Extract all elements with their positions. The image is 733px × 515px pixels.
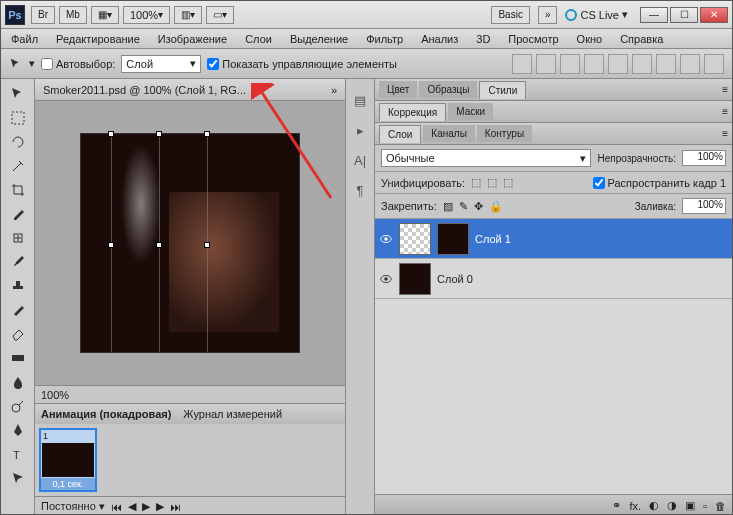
panel-menu-icon[interactable]: ≡ <box>722 84 728 95</box>
align-icon-4[interactable] <box>584 54 604 74</box>
document-close-icon[interactable]: ✕ <box>252 84 260 95</box>
lasso-tool[interactable] <box>5 131 31 153</box>
visibility-icon[interactable] <box>379 232 393 246</box>
distribute-icon-1[interactable] <box>656 54 676 74</box>
align-icon-1[interactable] <box>512 54 532 74</box>
menu-help[interactable]: Справка <box>616 31 667 47</box>
unify-visibility-icon[interactable]: ⬚ <box>487 176 497 189</box>
frame-delay[interactable]: 0,1 сек. <box>41 478 95 490</box>
canvas-area[interactable] <box>35 101 345 385</box>
visibility-icon[interactable] <box>379 272 393 286</box>
zoom-readout[interactable]: 100% <box>41 389 69 401</box>
channels-tab[interactable]: Каналы <box>423 125 475 142</box>
lock-position-icon[interactable]: ✥ <box>474 200 483 213</box>
window-maximize-button[interactable]: ☐ <box>670 7 698 23</box>
color-tab[interactable]: Цвет <box>379 81 417 98</box>
menu-image[interactable]: Изображение <box>154 31 231 47</box>
new-layer-icon[interactable]: ▫ <box>703 500 707 512</box>
transform-center-handle[interactable] <box>156 242 162 248</box>
animation-frame[interactable]: 1 0,1 сек. <box>39 428 97 492</box>
layer-group-icon[interactable]: ▣ <box>685 499 695 512</box>
actions-panel-icon[interactable]: ▸ <box>349 119 371 141</box>
workspace-switcher[interactable]: » <box>538 6 558 24</box>
menu-analysis[interactable]: Анализ <box>417 31 462 47</box>
crop-tool[interactable] <box>5 179 31 201</box>
unify-style-icon[interactable]: ⬚ <box>503 176 513 189</box>
screen-mode-dropdown[interactable]: ▭▾ <box>206 6 234 24</box>
character-panel-icon[interactable]: A| <box>349 149 371 171</box>
animation-tab[interactable]: Анимация (покадровая) <box>41 408 171 420</box>
move-tool[interactable] <box>5 83 31 105</box>
type-tool[interactable]: T <box>5 443 31 465</box>
loop-dropdown[interactable]: Постоянно ▾ <box>41 500 105 513</box>
layer-thumbnail[interactable] <box>437 223 469 255</box>
menu-window[interactable]: Окно <box>573 31 607 47</box>
wand-tool[interactable] <box>5 155 31 177</box>
heal-tool[interactable] <box>5 227 31 249</box>
menu-select[interactable]: Выделение <box>286 31 352 47</box>
layer-row[interactable]: Слой 0 <box>375 259 732 299</box>
transform-handle[interactable] <box>108 242 114 248</box>
menu-view[interactable]: Просмотр <box>504 31 562 47</box>
panel-menu-icon[interactable]: ≡ <box>722 128 728 139</box>
arrange-dropdown[interactable]: ▥▾ <box>174 6 202 24</box>
view-extras-dropdown[interactable]: ▦▾ <box>91 6 119 24</box>
link-layers-icon[interactable]: ⚭ <box>612 499 621 512</box>
masks-tab[interactable]: Маски <box>448 103 493 120</box>
cslive-button[interactable]: CS Live ▾ <box>565 8 628 21</box>
brush-tool[interactable] <box>5 251 31 273</box>
styles-tab[interactable]: Стили <box>479 81 526 99</box>
transform-handle[interactable] <box>156 131 162 137</box>
workspace-basic[interactable]: Basic <box>491 6 529 24</box>
lock-transparency-icon[interactable]: ▨ <box>443 200 453 213</box>
pen-tool[interactable] <box>5 419 31 441</box>
stamp-tool[interactable] <box>5 275 31 297</box>
anim-last-icon[interactable]: ⏭ <box>170 501 181 513</box>
layers-tab[interactable]: Слои <box>379 125 421 143</box>
layer-name[interactable]: Слой 1 <box>475 233 511 245</box>
menu-3d[interactable]: 3D <box>472 31 494 47</box>
layer-style-icon[interactable]: fx. <box>629 500 641 512</box>
window-minimize-button[interactable]: — <box>640 7 668 23</box>
paths-tab[interactable]: Контуры <box>477 125 532 142</box>
anim-prev-icon[interactable]: ◀ <box>128 500 136 513</box>
layer-mask-icon[interactable]: ◐ <box>649 499 659 512</box>
menu-edit[interactable]: Редактирование <box>52 31 144 47</box>
anim-first-icon[interactable]: ⏮ <box>111 501 122 513</box>
gradient-tool[interactable] <box>5 347 31 369</box>
path-select-tool[interactable] <box>5 467 31 489</box>
lock-pixels-icon[interactable]: ✎ <box>459 200 468 213</box>
delete-layer-icon[interactable]: 🗑 <box>715 500 726 512</box>
menu-filter[interactable]: Фильтр <box>362 31 407 47</box>
document-tab-menu[interactable]: » <box>331 84 337 96</box>
marquee-tool[interactable] <box>5 107 31 129</box>
opacity-input[interactable]: 100% <box>682 150 726 166</box>
layer-name[interactable]: Слой 0 <box>437 273 473 285</box>
swatches-tab[interactable]: Образцы <box>419 81 477 98</box>
distribute-icon-2[interactable] <box>680 54 700 74</box>
anim-next-icon[interactable]: ▶ <box>156 500 164 513</box>
eraser-tool[interactable] <box>5 323 31 345</box>
align-icon-5[interactable] <box>608 54 628 74</box>
propagate-checkbox[interactable]: Распространить кадр 1 <box>593 177 726 189</box>
corrections-tab[interactable]: Коррекция <box>379 103 446 121</box>
window-close-button[interactable]: ✕ <box>700 7 728 23</box>
menu-file[interactable]: Файл <box>7 31 42 47</box>
distribute-icon-3[interactable] <box>704 54 724 74</box>
history-panel-icon[interactable]: ▤ <box>349 89 371 111</box>
autoselect-dropdown[interactable]: Слой▾ <box>121 55 201 73</box>
menu-layer[interactable]: Слои <box>241 31 276 47</box>
unify-position-icon[interactable]: ⬚ <box>471 176 481 189</box>
transform-handle[interactable] <box>204 131 210 137</box>
blend-mode-dropdown[interactable]: Обычные▾ <box>381 149 591 167</box>
show-transform-checkbox[interactable]: Показать управляющие элементы <box>207 58 397 70</box>
bridge-button[interactable]: Br <box>31 6 55 24</box>
zoom-level-dropdown[interactable]: 100% ▾ <box>123 6 170 24</box>
paragraph-panel-icon[interactable]: ¶ <box>349 179 371 201</box>
panel-menu-icon[interactable]: ≡ <box>722 106 728 117</box>
document-tab[interactable]: Smoker2011.psd @ 100% (Слой 1, RG... ✕ » <box>35 79 345 101</box>
align-icon-3[interactable] <box>560 54 580 74</box>
adjustment-layer-icon[interactable]: ◑ <box>667 499 677 512</box>
eyedropper-tool[interactable] <box>5 203 31 225</box>
canvas[interactable] <box>80 133 300 353</box>
